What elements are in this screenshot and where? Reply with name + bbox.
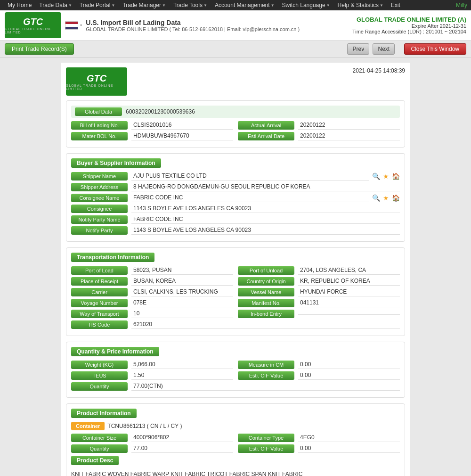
container-row: Container TCNU8661213 ( CN / L / CY )	[71, 422, 400, 430]
consignee-star-icon[interactable]: ★	[383, 194, 389, 202]
print-button-top[interactable]: Print Trade Record(S)	[5, 43, 74, 55]
carrier-vessel-row: Carrier CLSI, CALKINS, LES TRUCKING Vess…	[71, 287, 400, 296]
nav-trade-tools[interactable]: Trade Tools ▼	[170, 0, 211, 10]
nav-trade-portal[interactable]: Trade Portal ▼	[76, 0, 119, 10]
product-section: Product Information Container TCNU866121…	[66, 403, 405, 476]
carrier-label: Carrier	[71, 288, 128, 296]
esti-cif-field: Esti. CIF Value 0.00	[238, 371, 400, 380]
country-origin-label: Country of Origin	[238, 277, 294, 286]
way-transport-value: 10	[131, 309, 233, 318]
global-data-section: Global Data 6003202001230000539636 Bill …	[66, 100, 405, 148]
shipper-search-icon[interactable]: 🔍	[372, 172, 380, 180]
flag-area: •	[65, 21, 82, 30]
measure-field: Measure in CM 0.00	[238, 360, 400, 369]
consignee-name-row: Consignee Name FABRIC CODE INC 🔍 ★ 🏠	[71, 193, 400, 202]
toolbar-top: Print Trade Record(S) Prev Next Close Th…	[0, 41, 471, 58]
shipper-address-row: Shipper Address 8 HAJEONG-RO DONGDAEMUN-…	[71, 182, 400, 191]
consignee-search-icon[interactable]: 🔍	[372, 194, 380, 202]
bol-row: Bill of Lading No. CLSIS2001016 Actual A…	[71, 121, 400, 130]
teus-label: TEUS	[71, 371, 128, 380]
product-desc-label: Product Desc	[71, 456, 119, 465]
voyage-value: 078E	[131, 298, 233, 307]
carrier-field: Carrier CLSI, CALKINS, LES TRUCKING	[71, 287, 233, 296]
port-unload-field: Port of Unload 2704, LOS ANGELES, CA	[238, 266, 400, 275]
esti-arrival-field: Esti Arrival Date 20200122	[238, 131, 400, 140]
company-logo: GTC GLOBAL TRADE ONLINE LIMITED	[5, 12, 61, 38]
manifest-value: 041131	[298, 298, 400, 307]
shipper-home-icon[interactable]: 🏠	[392, 172, 400, 180]
nav-account-management[interactable]: Account Management ▼	[211, 0, 278, 10]
prod-quantity-label: Quantity	[71, 444, 128, 453]
user-name[interactable]: Milly	[456, 2, 467, 8]
nav-items: My Home Trade Data ▼ Trade Portal ▼ Trad…	[4, 0, 404, 10]
container-size-value: 4000*906*802	[131, 433, 233, 442]
nav-buttons-top: Prev Next Close This Window	[345, 43, 466, 55]
place-receipt-field: Place of Receipt BUSAN, KOREA	[71, 277, 233, 286]
measure-value: 0.00	[298, 360, 400, 369]
actual-arrival-field: Actual Arrival 20200122	[238, 121, 400, 130]
voyage-manifest-row: Voyage Number 078E Manifest No. 041131	[71, 298, 400, 307]
header-contact: GLOBAL TRADE ONLINE LIMITED ( Tel: 86-51…	[86, 26, 300, 32]
doc-timestamp: 2021-04-25 14:08:39	[353, 67, 405, 74]
actual-arrival-value: 20200122	[298, 121, 400, 130]
global-data-row: Global Data 6003202001230000539636	[71, 106, 400, 118]
nav-my-home[interactable]: My Home	[4, 0, 35, 10]
transportation-section: Transportation Information Port of Load …	[66, 247, 405, 336]
nav-trade-data[interactable]: Trade Data ▼	[35, 0, 76, 10]
doc-logo-subtext: GLOBAL TRADE ONLINE LIMITED	[66, 84, 127, 90]
manifest-label: Manifest No.	[238, 299, 294, 307]
logo-area: GTC GLOBAL TRADE ONLINE LIMITED • U.S. I…	[5, 12, 300, 38]
next-button-top[interactable]: Next	[373, 43, 395, 55]
master-bol-field: Mater BOL No. HDMUBUWB4967670	[71, 131, 233, 140]
consignee-name-label: Consignee Name	[71, 194, 128, 202]
container-size-label: Container Size	[71, 434, 128, 442]
container-type-field: Container Type 4EG0	[238, 433, 400, 442]
logo-text: GTC	[23, 16, 43, 27]
container-type-value: 4EG0	[298, 433, 400, 442]
page-header: GTC GLOBAL TRADE ONLINE LIMITED • U.S. I…	[0, 10, 471, 41]
container-value: TCNU8661213 ( CN / L / CY )	[107, 423, 182, 429]
port-unload-label: Port of Unload	[238, 266, 294, 275]
doc-logo-text: GTC	[87, 73, 106, 84]
notify-party-row: Notify Party 1143 S BOYLE AVE LOS ANGELE…	[71, 226, 400, 235]
master-bol-label: Mater BOL No.	[71, 132, 128, 140]
prod-esti-cif-value: 0.00	[298, 444, 400, 453]
top-navigation: My Home Trade Data ▼ Trade Portal ▼ Trad…	[0, 0, 471, 10]
teus-cif-row: TEUS 1.50 Esti. CIF Value 0.00	[71, 371, 400, 380]
nav-exit[interactable]: Exit	[387, 0, 404, 10]
close-button-top[interactable]: Close This Window	[404, 43, 466, 55]
master-bol-value: HDMUBUWB4967670	[131, 131, 233, 140]
nav-trade-manager[interactable]: Trade Manager ▼	[119, 0, 170, 10]
main-area: GTC GLOBAL TRADE ONLINE LIMITED 2021-04-…	[0, 58, 471, 476]
nav-help-statistics[interactable]: Help & Statistics ▼	[334, 0, 387, 10]
vessel-name-field: Vessel Name HYUNDAI FORCE	[238, 287, 400, 296]
in-bond-label: In-bond Entry	[238, 310, 294, 318]
quantity-label: Quantity	[71, 382, 128, 391]
product-desc-row: Product Desc KNIT FABRIC WOVEN FABRIC WA…	[71, 456, 400, 476]
expire-info: Expire After 2021-12-31	[352, 23, 466, 29]
country-origin-value: KR, REPUBLIC OF KOREA	[298, 277, 400, 286]
notify-party-value: 1143 S BOYLE AVE LOS ANGELES CA 90023	[131, 226, 400, 235]
esti-cif-value: 0.00	[298, 371, 400, 380]
shipper-address-value: 8 HAJEONG-RO DONGDAEMUN-GU SEOUL REPUBLI…	[131, 182, 400, 191]
consignee-value: 1143 S BOYLE AVE LOS ANGELES CA 90023	[131, 204, 400, 213]
nav-switch-language[interactable]: Switch Language ▼	[278, 0, 334, 10]
quantity-price-section: Quantity & Price Information Weight (KG)…	[66, 342, 405, 398]
doc-header: GTC GLOBAL TRADE ONLINE LIMITED 2021-04-…	[66, 67, 405, 96]
carrier-value: CLSI, CALKINS, LES TRUCKING	[131, 287, 233, 296]
shipper-name-row: Shipper Name AJU PLUS TEXTILE CO LTD 🔍 ★…	[71, 172, 400, 181]
container-size-field: Container Size 4000*906*802	[71, 433, 233, 442]
quantity-value: 77.00(CTN)	[131, 382, 400, 391]
quantity-price-title: Quantity & Price Information	[71, 347, 159, 356]
measure-label: Measure in CM	[238, 361, 294, 369]
bol-no-field: Bill of Lading No. CLSIS2001016	[71, 121, 233, 130]
in-bond-field: In-bond Entry	[238, 309, 400, 318]
weight-label: Weight (KG)	[71, 361, 128, 369]
prod-quantity-value: 77.00	[131, 444, 233, 453]
consignee-home-icon[interactable]: 🏠	[392, 194, 400, 202]
shipper-star-icon[interactable]: ★	[383, 172, 389, 180]
place-receipt-label: Place of Receipt	[71, 277, 128, 286]
prev-button-top[interactable]: Prev	[347, 43, 369, 55]
product-title: Product Information	[71, 409, 137, 418]
notify-party-name-label: Notify Party Name	[71, 215, 128, 224]
